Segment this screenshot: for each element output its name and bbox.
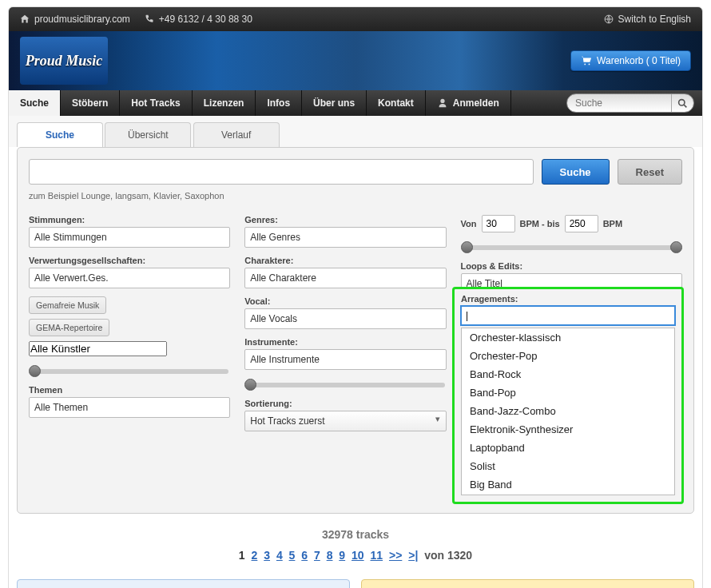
pager-next[interactable]: >> [389, 549, 402, 562]
pager-page[interactable]: 5 [289, 549, 296, 562]
switch-language[interactable]: Switch to English [604, 14, 691, 25]
subtabs: Suche Übersicht Verlauf [9, 116, 702, 147]
tab-verlauf[interactable]: Verlauf [193, 122, 280, 147]
reset-button[interactable]: Reset [618, 159, 682, 185]
main-search-input[interactable] [29, 159, 534, 185]
nav-search [566, 93, 694, 113]
topbar-phone: +49 6132 / 4 30 88 30 [145, 14, 252, 25]
arrangements-option[interactable]: Kleines Ensemble [462, 494, 674, 495]
bpm-slider[interactable] [463, 245, 681, 250]
arrangements-option[interactable]: Orchester-klassisch [462, 328, 674, 347]
nav-kontakt[interactable]: Kontakt [367, 90, 426, 116]
arrangements-option[interactable]: Elektronik-Synthesizer [462, 420, 674, 439]
svg-point-1 [679, 99, 685, 105]
arrangements-option[interactable]: Band-Pop [462, 383, 674, 402]
pager-last[interactable]: >| [408, 549, 418, 562]
cart-label: Warenkorb ( 0 Titel) [597, 55, 681, 66]
arrangements-input[interactable] [461, 306, 675, 325]
charaktere-label: Charaktere: [244, 256, 446, 265]
arrangements-option[interactable]: Big Band [462, 475, 674, 494]
kuenstler-input[interactable] [29, 341, 167, 356]
arrangements-option[interactable]: Solist [462, 457, 674, 475]
pager-page[interactable]: 8 [327, 549, 333, 562]
track-count: 32978 tracks [9, 528, 702, 541]
phone-icon [145, 14, 154, 24]
bpm-row: Von BPM - bis BPM [461, 215, 682, 232]
arrangements-option[interactable]: Laptopband [462, 439, 674, 457]
search-icon [677, 98, 688, 109]
switch-text: Switch to English [618, 14, 691, 25]
gema-repertoire-big-button[interactable]: 22956 (GEMA-Repertoire) [361, 579, 694, 588]
banner: Proud Music Warenkorb ( 0 Titel) [9, 31, 702, 90]
tab-suche[interactable]: Suche [17, 122, 103, 147]
arrangements-option[interactable]: Band-Rock [462, 365, 674, 383]
slider-knob[interactable] [29, 365, 41, 377]
pager-page[interactable]: 4 [276, 549, 283, 562]
nav-hot-tracks[interactable]: Hot Tracks [120, 90, 192, 116]
instrumente-input[interactable] [244, 349, 446, 370]
arrangements-dropdown: Arragements: Orchester-klassischOrcheste… [452, 287, 684, 504]
topbar: proudmusiclibrary.com +49 6132 / 4 30 88… [9, 7, 702, 31]
nav-infos[interactable]: Infos [256, 90, 302, 116]
domain-text: proudmusiclibrary.com [34, 14, 130, 25]
bpm-from-input[interactable] [482, 215, 515, 232]
nav-search-input[interactable] [567, 97, 671, 109]
pager-page[interactable]: 7 [314, 549, 320, 562]
pager-page[interactable]: 10 [352, 549, 364, 562]
vocal-label: Vocal: [244, 296, 446, 306]
loops-label: Loops & Edits: [461, 261, 682, 271]
nav-anmelden[interactable]: Anmelden [426, 90, 511, 116]
vocal-input[interactable] [244, 308, 446, 329]
genres-input[interactable] [244, 227, 446, 248]
arrangements-option[interactable]: Band-Jazz-Combo [462, 402, 674, 420]
bpm-end: BPM [603, 219, 622, 228]
topbar-domain[interactable]: proudmusiclibrary.com [20, 14, 130, 25]
charaktere-input[interactable] [244, 268, 446, 288]
stimmungen-label: Stimmungen: [29, 215, 230, 224]
pager-page[interactable]: 6 [301, 549, 308, 562]
nav-suche[interactable]: Suche [9, 90, 61, 116]
gemafreie-big-button[interactable]: 10022 Gemafreie Musiktitel [17, 579, 350, 588]
slider-knob-left[interactable] [461, 241, 473, 253]
pager-page[interactable]: 9 [339, 549, 345, 562]
sortierung-select[interactable]: Hot Tracks zuerst [244, 411, 446, 431]
slider-mid[interactable] [246, 383, 444, 387]
themen-label: Themen [29, 385, 230, 395]
search-button[interactable]: Suche [542, 159, 610, 185]
instrumente-label: Instrumente: [244, 337, 446, 347]
bpm-to-input[interactable] [565, 215, 598, 232]
user-icon [437, 97, 448, 109]
sortierung-label: Sortierung: [244, 399, 446, 408]
bpm-von: Von [461, 219, 477, 228]
tab-uebersicht[interactable]: Übersicht [105, 122, 191, 147]
main-nav: Suche Stöbern Hot Tracks Lizenzen Infos … [9, 90, 702, 116]
cart-icon [581, 55, 592, 66]
nav-ueber-uns[interactable]: Über uns [302, 90, 367, 116]
arrangements-label: Arragements: [461, 294, 675, 304]
pager-page[interactable]: 2 [252, 549, 258, 562]
arrangements-option[interactable]: Orchester-Pop [462, 347, 674, 365]
slider-knob[interactable] [244, 379, 256, 391]
logo[interactable]: Proud Music [20, 37, 108, 85]
slider-knob-right[interactable] [670, 241, 682, 253]
pager-page[interactable]: 3 [264, 549, 270, 562]
arrangements-list[interactable]: Orchester-klassischOrchester-PopBand-Roc… [461, 328, 675, 495]
example-text: zum Beispiel Lounge, langsam, Klavier, S… [29, 191, 682, 201]
nav-search-go[interactable] [671, 94, 693, 112]
nav-lizenzen[interactable]: Lizenzen [193, 90, 256, 116]
slider-left[interactable] [30, 369, 228, 374]
gemafreie-musik-button[interactable]: Gemafreie Musik [29, 296, 106, 314]
pager-page[interactable]: 11 [371, 549, 383, 562]
nav-stoebern[interactable]: Stöbern [61, 90, 120, 116]
themen-input[interactable] [29, 397, 230, 418]
genres-label: Genres: [244, 215, 446, 224]
cart-button[interactable]: Warenkorb ( 0 Titel) [570, 50, 691, 71]
verwert-label: Verwertungsgesellschaften: [29, 256, 230, 265]
verwert-input[interactable] [29, 268, 230, 288]
search-panel: Suche Reset zum Beispiel Lounge, langsam… [17, 147, 694, 514]
anmelden-label: Anmelden [453, 97, 499, 109]
bpm-mid: BPM - bis [520, 219, 560, 228]
stimmungen-input[interactable] [29, 227, 230, 248]
globe-icon [604, 14, 614, 24]
gema-repertoire-button[interactable]: GEMA-Repertoire [29, 319, 109, 336]
